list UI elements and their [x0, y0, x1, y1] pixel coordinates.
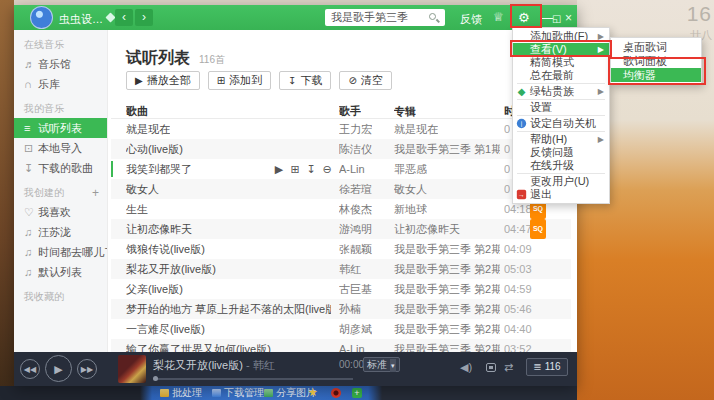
previous-button[interactable]: ◀◀	[20, 359, 40, 379]
sidebar-item[interactable]: ♫时间都去哪儿了	[14, 242, 107, 262]
add-to-icon[interactable]: ⊞	[287, 159, 303, 179]
table-row[interactable]: 心动(live版)陈洁仪我是歌手第三季 第1期0	[111, 139, 571, 159]
menu-item[interactable]: 反馈问题	[513, 146, 609, 159]
menu-separator	[517, 99, 605, 100]
toolbar-button-label: 播放全部	[147, 74, 191, 86]
menu-item[interactable]: →退出	[513, 188, 609, 201]
sidebar-item[interactable]: ♬音乐馆	[14, 54, 107, 74]
progress-knob[interactable]	[153, 376, 158, 381]
header-album[interactable]: 专辑	[394, 101, 416, 121]
play-order-icon[interactable]: ⇄	[504, 361, 513, 374]
sidebar-section-label: 我创建的+	[14, 184, 107, 202]
sidebar-item[interactable]: ↧下载的歌曲	[14, 158, 107, 178]
table-row[interactable]: 父亲(live版)古巨基我是歌手第三季 第2期04:59	[111, 279, 571, 299]
sidebar-item-label: 默认列表	[38, 266, 82, 278]
annotation-box-gear	[510, 4, 542, 28]
sidebar-item[interactable]: ♫默认列表	[14, 262, 107, 282]
toolbar-button[interactable]: ⊞添加到	[208, 71, 271, 90]
avatar[interactable]	[30, 6, 53, 29]
forward-button[interactable]: ›	[135, 9, 153, 26]
menu-item[interactable]: ∣设定自动关机	[513, 117, 609, 130]
progress-bar[interactable]	[153, 378, 353, 380]
song-artist: 孙楠	[339, 299, 361, 319]
note-icon: ♫	[24, 242, 38, 262]
table-row[interactable]: 梦开始的地方 草原上升起不落的太阳(live版)孙楠我是歌手第三季 第2期05:…	[111, 299, 571, 319]
table-row[interactable]: 让初恋像昨天游鸿明让初恋像昨天04:47SQ	[111, 219, 571, 239]
add-playlist-button[interactable]: +	[92, 184, 99, 202]
play-button[interactable]: ▶	[45, 355, 72, 382]
diamond-icon: ◆	[516, 86, 527, 97]
lyrics-icon[interactable]	[486, 363, 496, 372]
header-song[interactable]: 歌曲	[126, 101, 148, 121]
search-input[interactable]	[325, 9, 445, 26]
toolbar-button[interactable]: ⊘清空	[339, 71, 391, 90]
back-button[interactable]: ‹	[115, 9, 133, 26]
sidebar-item[interactable]: ♡我喜欢	[14, 202, 107, 222]
vip-crown-icon[interactable]: ♕	[493, 10, 504, 24]
header-artist[interactable]: 歌手	[339, 101, 361, 121]
song-duration: 0	[504, 139, 510, 159]
submenu-item[interactable]: 桌面歌词	[611, 40, 701, 54]
toolbar-button[interactable]: ▶播放全部	[126, 71, 200, 90]
sidebar-item[interactable]: ≡试听列表	[14, 118, 107, 138]
table-row[interactable]: 就是现在王力宏就是现在0	[111, 119, 571, 139]
menu-item[interactable]: 在线升级	[513, 159, 609, 172]
download-icon: ↧	[24, 158, 38, 178]
table-row[interactable]: 生生林俊杰新地球04:18SQ	[111, 199, 571, 219]
song-album: 我是歌手第三季 第1期	[394, 139, 500, 159]
song-duration: 05:46	[504, 299, 532, 319]
tray-add-icon[interactable]: +	[352, 388, 362, 398]
song-artist: 胡彦斌	[339, 319, 372, 339]
download-icon: ↧	[288, 75, 296, 86]
table-row[interactable]: 我笑到都哭了A-Lin罪恶感0▶⊞↧⊖	[111, 159, 571, 179]
menu-item[interactable]: 帮助(H)▶	[513, 133, 609, 146]
table-row[interactable]: 敬女人徐若瑄敬女人0	[111, 179, 571, 199]
song-album: 我是歌手第三季 第2期	[394, 299, 500, 319]
taskbar-item-icon	[212, 389, 221, 397]
feedback-link[interactable]: 反馈	[460, 12, 482, 27]
taskbar-item[interactable]: 下载管理	[212, 387, 264, 399]
mini-mode-icon[interactable]: ◱	[552, 13, 561, 24]
toolbar-button[interactable]: ↧下载	[279, 71, 331, 90]
sidebar-item[interactable]: ∩乐库	[14, 74, 107, 94]
play-icon[interactable]: ▶	[271, 159, 287, 179]
menu-item[interactable]: 设置	[513, 101, 609, 114]
menu-separator	[517, 131, 605, 132]
toolbar-button-label: 下载	[300, 74, 322, 86]
next-button[interactable]: ▶▶	[77, 359, 97, 379]
song-duration: 05:03	[504, 259, 532, 279]
quality-selector[interactable]: 标准▾	[363, 357, 400, 372]
song-duration: 04:40	[504, 319, 532, 339]
song-artist: 游鸿明	[339, 219, 372, 239]
toolbar-button-label: 清空	[361, 74, 383, 86]
playlist-button[interactable]: ≣116	[526, 358, 568, 376]
table-row[interactable]: 输了你赢了世界又如何(live版)A-Lin我是歌手第三季 第2期03:52	[111, 339, 571, 352]
table-row[interactable]: 一言难尽(live版)胡彦斌我是歌手第三季 第2期04:40	[111, 319, 571, 339]
search-icon[interactable]	[429, 13, 436, 20]
song-artist: A-Lin	[339, 339, 365, 352]
tray-star-icon[interactable]: ★	[308, 386, 318, 399]
sidebar-item-label: 乐库	[38, 78, 60, 90]
menu-item[interactable]: 总在最前	[513, 69, 609, 82]
note-icon: ♫	[24, 262, 38, 282]
tray-camera-icon[interactable]	[331, 388, 341, 398]
close-button[interactable]: ×	[565, 11, 572, 25]
sidebar-item[interactable]: ♫汪苏泷	[14, 222, 107, 242]
song-artist: 林俊杰	[339, 199, 372, 219]
table-row[interactable]: 梨花又开放(live版)韩红我是歌手第三季 第2期05:03	[111, 259, 571, 279]
download-icon[interactable]: ↧	[303, 159, 319, 179]
sidebar-item-label: 我喜欢	[38, 206, 71, 218]
menu-item[interactable]: 精简模式	[513, 56, 609, 69]
album-art[interactable]	[118, 355, 146, 383]
menu-separator	[517, 173, 605, 174]
remove-icon[interactable]: ⊖	[319, 159, 335, 179]
volume-icon[interactable]: ◀)	[460, 361, 472, 374]
taskbar-item[interactable]: 批处理	[160, 387, 202, 399]
song-artist: 韩红	[339, 259, 361, 279]
menu-item[interactable]: 更改用户(U)	[513, 175, 609, 188]
heart-icon: ♡	[24, 202, 38, 222]
sidebar-item[interactable]: ⊡本地导入	[14, 138, 107, 158]
menu-item[interactable]: ◆绿钻贵族▶	[513, 85, 609, 98]
exit-icon: →	[517, 190, 526, 199]
table-row[interactable]: 饿狼传说(live版)张靓颖我是歌手第三季 第2期04:09	[111, 239, 571, 259]
